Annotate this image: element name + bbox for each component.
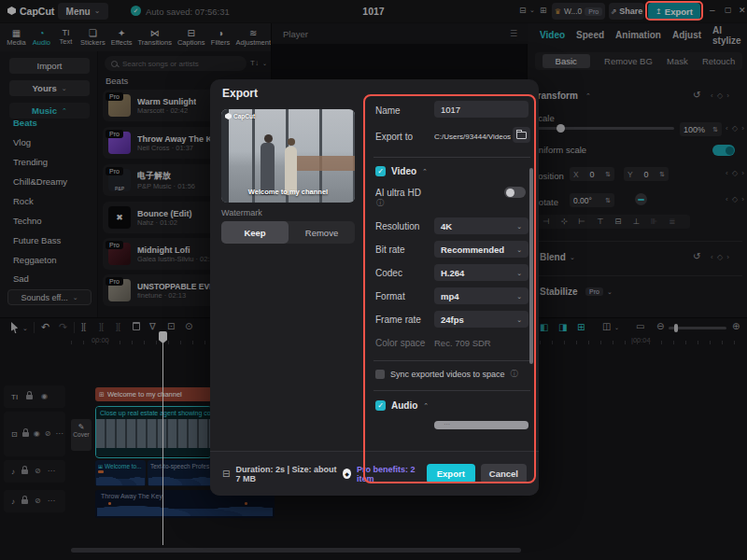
preview-caption: Welcome to my channel — [221, 188, 355, 196]
duration-icon: ⊟ — [222, 469, 230, 479]
annotation-box-export-settings — [363, 94, 536, 483]
pro-circle-icon: ◆ — [343, 469, 351, 479]
watermark-segmented-control: Keep Remove — [221, 221, 355, 244]
keep-watermark-button[interactable]: Keep — [221, 221, 289, 244]
capcut-watermark-icon — [225, 113, 232, 119]
annotation-box-export-button — [645, 1, 703, 21]
remove-watermark-button[interactable]: Remove — [289, 228, 355, 238]
person-head — [288, 138, 295, 146]
watermark: CapCut — [225, 113, 255, 119]
duration-size-info: Duration: 2s | Size: about 7 MB — [235, 465, 337, 483]
capcut-window: CapCut Menu ⌄ ✓ Auto saved: 07:56:31 101… — [0, 0, 747, 560]
dialog-title: Export — [222, 87, 258, 100]
person-head — [264, 134, 273, 143]
export-preview: CapCut Welcome to my channel — [221, 109, 355, 203]
watermark-label: Watermark — [221, 208, 262, 217]
